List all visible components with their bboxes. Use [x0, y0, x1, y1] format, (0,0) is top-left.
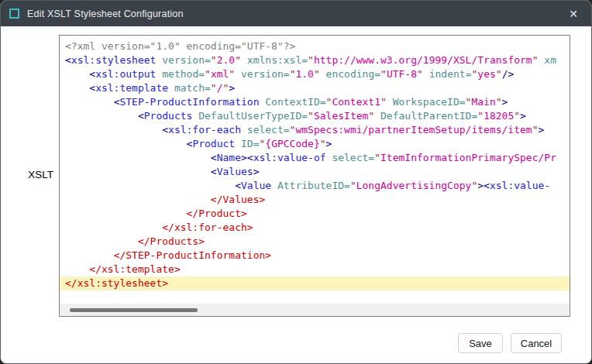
code-line: <xsl:output method="xml" version="1.0" e…: [60, 67, 570, 81]
code-line: </Product>: [60, 207, 570, 221]
code-line: </xsl:for-each>: [60, 221, 570, 235]
code-area[interactable]: <?xml version="1.0" encoding="UTF-8"?><x…: [60, 36, 570, 304]
horizontal-scrollbar-thumb[interactable]: [70, 308, 198, 312]
window-title: Edit XSLT Stylesheet Configuration: [27, 9, 184, 19]
code-line: </xsl:template>: [60, 263, 570, 276]
cancel-button[interactable]: Cancel: [511, 333, 562, 353]
horizontal-scrollbar[interactable]: [60, 304, 570, 316]
save-button[interactable]: Save: [458, 333, 503, 353]
code-line: <STEP-ProductInformation ContextID="Cont…: [60, 95, 570, 109]
xslt-code-editor[interactable]: <?xml version="1.0" encoding="UTF-8"?><x…: [59, 35, 570, 317]
code-line: <xsl:template match="/">: [60, 81, 570, 95]
titlebar[interactable]: Edit XSLT Stylesheet Configuration ✕: [1, 1, 591, 26]
code-line: <?xml version="1.0" encoding="UTF-8"?>: [60, 39, 570, 53]
code-line: </xsl:stylesheet>: [60, 276, 570, 290]
code-line: <xsl:for-each select="wmSpecs:wmi/partne…: [60, 123, 570, 137]
code-line: </STEP-ProductInformation>: [60, 249, 570, 263]
code-line: <Products DefaultUserTypeID="SalesItem" …: [60, 109, 570, 123]
code-line: </Values>: [60, 193, 570, 207]
close-icon: ✕: [569, 8, 578, 20]
code-line: <xsl:stylesheet version="2.0" xmlns:xsl=…: [60, 53, 570, 67]
close-button[interactable]: ✕: [556, 1, 591, 26]
app-icon: [9, 9, 19, 19]
code-line: <Values>: [60, 165, 570, 179]
dialog-window: Edit XSLT Stylesheet Configuration ✕ XSL…: [0, 0, 592, 364]
code-line: <Product ID="{GPCCode}">: [60, 137, 570, 151]
code-line: <Name><xsl:value-of select="ItemInformat…: [60, 151, 570, 165]
xslt-field-label: XSLT: [1, 169, 53, 180]
code-line: </Products>: [60, 235, 570, 249]
code-line: <Value AttributeID="LongAdvertisingCopy"…: [60, 179, 570, 193]
